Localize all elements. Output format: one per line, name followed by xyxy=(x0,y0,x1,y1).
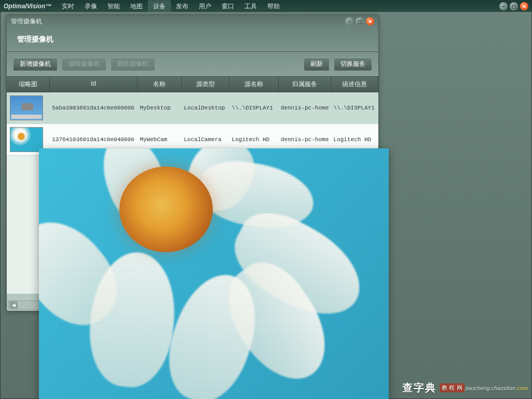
col-id[interactable]: Id xyxy=(50,77,138,92)
menu-map[interactable]: 地图 xyxy=(125,1,148,12)
main-window-controls: – ◻ ✕ xyxy=(499,2,528,10)
scroll-left-icon[interactable]: ◀ xyxy=(9,301,18,309)
refresh-button[interactable]: 刷新 xyxy=(304,57,330,71)
menu-user[interactable]: 用户 xyxy=(194,1,216,12)
add-camera-button[interactable]: 新增摄像机 xyxy=(13,57,58,71)
srcname-cell: Logitech HD xyxy=(230,130,279,149)
id-cell: 5aba3903601da14c0e000000 xyxy=(50,99,138,117)
watermark-url: jiaocheng.chazidian.com xyxy=(466,385,528,391)
flower-image xyxy=(39,148,389,399)
table-header: 缩略图 Id 名称 源类型 源名称 归属服务 描述信息 xyxy=(7,76,378,92)
col-name[interactable]: 名称 xyxy=(138,77,182,92)
name-cell: MyWebCam xyxy=(138,130,182,149)
menu-record[interactable]: 录像 xyxy=(79,1,102,12)
menu-tools[interactable]: 工具 xyxy=(239,1,262,12)
menu-bar: 实时 录像 智能 地图 设备 发布 用户 窗口 工具 帮助 xyxy=(57,1,285,12)
menu-realtime[interactable]: 实时 xyxy=(57,1,79,12)
main-title-bar: OptimalVision™ 实时 录像 智能 地图 设备 发布 用户 窗口 工… xyxy=(1,1,531,12)
col-service[interactable]: 归属服务 xyxy=(279,77,332,92)
col-source-type[interactable]: 源类型 xyxy=(182,77,229,92)
edit-camera-button[interactable]: 编辑摄像机 xyxy=(62,57,106,71)
menu-intel[interactable]: 智能 xyxy=(102,1,125,12)
dialog-title: 管理摄像机 xyxy=(11,17,345,26)
id-cell: 13764103601da14c0e040000 xyxy=(50,130,138,149)
menu-window[interactable]: 窗口 xyxy=(216,1,239,12)
table-row[interactable]: 5aba3903601da14c0e000000 MyDesktop Local… xyxy=(7,92,378,124)
svc-cell: dennis-pc-home xyxy=(279,99,332,117)
dialog-toolbar: 新增摄像机 编辑摄像机 删除摄像机 刷新 切换服务 xyxy=(7,52,378,76)
watermark: 查字典 教 程 网 jiaocheng.chazidian.com xyxy=(402,381,528,395)
srctype-cell: LocalDesktop xyxy=(182,99,229,117)
maximize-icon[interactable]: ◻ xyxy=(510,2,518,10)
col-source-name[interactable]: 源名称 xyxy=(229,77,278,92)
dialog-header: 管理摄像机 xyxy=(7,27,378,52)
flower-thumbnail-icon xyxy=(10,127,43,152)
dialog-minimize-icon[interactable]: – xyxy=(345,17,353,25)
desc-cell: Logitech HD xyxy=(332,130,378,149)
menu-help[interactable]: 帮助 xyxy=(262,1,285,12)
dialog-close-icon[interactable]: ✕ xyxy=(366,17,374,25)
desktop-thumbnail-icon xyxy=(10,95,43,120)
col-description[interactable]: 描述信息 xyxy=(331,77,378,92)
srctype-cell: LocalCamera xyxy=(182,130,229,149)
name-cell: MyDesktop xyxy=(138,99,182,117)
col-thumbnail[interactable]: 缩略图 xyxy=(7,77,50,92)
desc-cell: \\.\DISPLAY1 xyxy=(332,99,378,117)
switch-service-button[interactable]: 切换服务 xyxy=(334,57,372,71)
app-title: OptimalVision™ xyxy=(4,3,57,10)
minimize-icon[interactable]: – xyxy=(499,2,508,10)
close-icon[interactable]: ✕ xyxy=(520,2,528,10)
thumbnail-cell xyxy=(7,92,50,123)
menu-device[interactable]: 设备 xyxy=(148,1,171,12)
svc-cell: dennis-pc-home xyxy=(279,130,332,149)
dialog-title-bar: 管理摄像机 – ◻ ✕ xyxy=(7,15,378,27)
menu-publish[interactable]: 发布 xyxy=(171,1,194,12)
srcname-cell: \\.\DISPLAY1 xyxy=(230,99,279,117)
dialog-window-controls: – ◻ ✕ xyxy=(345,17,374,25)
watermark-badge: 教 程 网 xyxy=(440,383,464,392)
camera-preview-overlay xyxy=(39,148,389,399)
dialog-maximize-icon[interactable]: ◻ xyxy=(356,17,364,25)
watermark-logo-text: 查字典 xyxy=(402,381,436,395)
delete-camera-button[interactable]: 删除摄像机 xyxy=(111,57,155,71)
